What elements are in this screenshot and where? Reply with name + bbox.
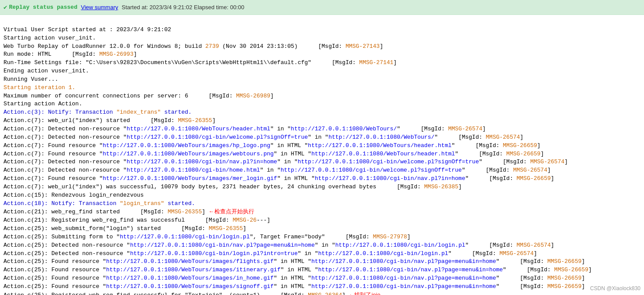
log-line: Action.c(25): Detected non-resource "htt… <box>4 250 640 258</box>
log-line: Action.c(25): Found resource "http://127… <box>4 258 640 266</box>
log-line: Action.c(25): Found resource "http://127… <box>4 274 640 283</box>
log-line: Run mode: HTML [MsgId: MMSG-26993] <box>4 50 640 59</box>
log-line: Action.c(25): Found resource "http://127… <box>4 266 640 274</box>
log-line: Action.c(7): Detected non-resource "http… <box>4 125 640 133</box>
log-line: Action.c(7): Detected non-resource "http… <box>4 133 640 142</box>
log-line: Action.c(7): Detected non-resource "http… <box>4 166 640 175</box>
log-line: Action.c(25): Submitting form to "http:/… <box>4 233 640 241</box>
elapsed-info: Started at: 2023/3/4 9:21:02 Elapsed tim… <box>121 4 244 11</box>
log-line: Action.c(7): Found resource "http://127.… <box>4 150 640 158</box>
log-line: Action.c(21): Registering web_reg_find w… <box>4 216 640 225</box>
log-line: Action.c(25): web_submit_form("login") s… <box>4 225 640 233</box>
log-line: Starting action Action. <box>4 100 640 108</box>
log-line: Running Vuser... <box>4 76 640 84</box>
log-line: Ending action vuser_init. <box>4 67 640 76</box>
log-line: Action.c(7): Found resource "http://127.… <box>4 142 640 150</box>
log-line: Action.c(25): Detected non-resource "htt… <box>4 241 640 250</box>
log-line: Starting action vuser_init. <box>4 34 640 43</box>
log-line: Action.c(3): Notify: Transaction "index_… <box>4 108 640 117</box>
status-text: Replay status passed <box>9 4 77 11</box>
log-line: Action.c(18): Notify: Transaction "login… <box>4 200 640 208</box>
log-line: Action.c(25): Registered web_reg_find su… <box>4 291 640 295</box>
checkmark-icon: ✔ <box>4 4 7 11</box>
log-line: Action.c(7): web_url("index") was succes… <box>4 183 640 191</box>
log-line: Run-Time Settings file: "C:\Users\92823\… <box>4 59 640 67</box>
log-line: Action.c(15): Rendezvous login_rendezvou… <box>4 191 640 200</box>
log-line: Action.c(21): web_reg_find started [MsgI… <box>4 208 640 216</box>
log-line: Web Turbo Replay of LoadRunner 12.0.0 fo… <box>4 43 640 51</box>
log-container: Virtual User Script started at : 2023/3/… <box>0 15 644 295</box>
log-line: Action.c(25): Found resource "http://127… <box>4 283 640 291</box>
log-line: Starting iteration 1. <box>4 84 640 92</box>
log-line: Action.c(7): web_url("index") started [M… <box>4 117 640 125</box>
log-line: Virtual User Script started at : 2023/3/… <box>4 26 640 34</box>
log-line: Action.c(7): Detected non-resource "http… <box>4 158 640 166</box>
watermark: CSDN @Xiaolock830 <box>590 285 640 291</box>
status-badge: ✔ Replay status passed <box>4 4 77 11</box>
view-summary-link[interactable]: View summary <box>81 4 118 11</box>
log-line: Maximum number of concurrent connections… <box>4 92 640 101</box>
status-bar: ✔ Replay status passed View summary Star… <box>0 0 644 15</box>
log-line: Action.c(7): Found resource "http://127.… <box>4 175 640 183</box>
